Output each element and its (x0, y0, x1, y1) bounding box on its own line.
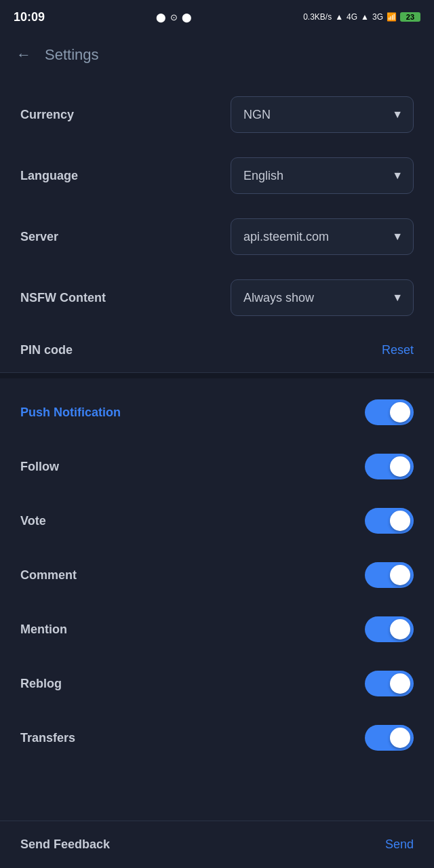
toggle-track (365, 562, 414, 588)
status-icons: ⬤ ⊙ ⬤ (156, 12, 192, 22)
toggle-row-follow: Follow (0, 439, 434, 494)
network-type2: 3G (372, 12, 383, 22)
network-speed: 0.3KB/s (303, 12, 332, 22)
server-label: Server (20, 230, 58, 244)
network-type: 4G (347, 12, 357, 22)
currency-dropdown-wrapper: NGN ▼ (231, 96, 414, 133)
server-dropdown-wrapper: api.steemit.com ▼ (231, 218, 414, 255)
pin-row: PIN code Reset (0, 328, 434, 373)
wifi-icon: 📶 (387, 12, 397, 22)
language-label: Language (20, 169, 78, 183)
toggle-track (365, 399, 414, 425)
toggle-row-mention: Mention (0, 602, 434, 656)
toggle-track (365, 671, 414, 696)
language-dropdown[interactable]: English (231, 157, 414, 194)
mention-toggle[interactable] (365, 616, 414, 642)
toggle-track (365, 725, 414, 751)
transfers-toggle[interactable] (365, 725, 414, 751)
back-button[interactable]: ← (14, 43, 34, 66)
reblog-toggle[interactable] (365, 671, 414, 696)
follow-label: Follow (20, 460, 59, 474)
comment-label: Comment (20, 568, 77, 583)
toggle-thumb (390, 565, 410, 585)
status-right: 0.3KB/s ▲ 4G ▲ 3G 📶 23 (303, 12, 420, 22)
toggle-row-comment: Comment (0, 548, 434, 602)
toggle-thumb (390, 619, 410, 639)
nsfw-label: NSFW Content (20, 291, 106, 305)
push-notification-toggle[interactable] (365, 399, 414, 425)
footer-spacer (0, 772, 434, 826)
reset-pin-button[interactable]: Reset (382, 343, 414, 357)
toggle-thumb (390, 402, 410, 422)
toggle-thumb (390, 728, 410, 748)
language-dropdown-wrapper: English ▼ (231, 157, 414, 194)
transfers-label: Transfers (20, 731, 75, 745)
nsfw-dropdown[interactable]: Always show (231, 279, 414, 316)
page-title: Settings (45, 46, 99, 64)
vote-toggle[interactable] (365, 508, 414, 534)
follow-toggle[interactable] (365, 454, 414, 479)
toggle-row-reblog: Reblog (0, 656, 434, 711)
mention-label: Mention (20, 623, 67, 637)
pin-label: PIN code (20, 343, 73, 357)
signal-icon2: ▲ (361, 12, 369, 22)
notification-section: Push Notification Follow Vote Comment (0, 378, 434, 772)
toggle-row-push-notification: Push Notification (0, 385, 434, 439)
server-row: Server api.steemit.com ▼ (0, 206, 434, 267)
send-feedback-label: Send Feedback (20, 837, 110, 852)
language-row: Language English ▼ (0, 145, 434, 206)
toggle-track (365, 616, 414, 642)
currency-dropdown[interactable]: NGN (231, 96, 414, 133)
circle-icon: ⬤ (156, 12, 166, 22)
toggle-thumb (390, 673, 410, 694)
currency-row: Currency NGN ▼ (0, 84, 434, 145)
toggle-track (365, 454, 414, 479)
footer: Send Feedback Send (0, 821, 434, 868)
reblog-label: Reblog (20, 677, 62, 691)
comment-toggle[interactable] (365, 562, 414, 588)
status-bar: 10:09 ⬤ ⊙ ⬤ 0.3KB/s ▲ 4G ▲ 3G 📶 23 (0, 0, 434, 33)
settings-section: Currency NGN ▼ Language English ▼ Server… (0, 77, 434, 373)
nsfw-dropdown-wrapper: Always show ▼ (231, 279, 414, 316)
currency-label: Currency (20, 108, 74, 122)
toggle-thumb (390, 511, 410, 531)
send-button[interactable]: Send (385, 837, 414, 852)
header: ← Settings (0, 33, 434, 77)
server-dropdown[interactable]: api.steemit.com (231, 218, 414, 255)
camera-icon: ⊙ (170, 12, 178, 22)
toggle-track (365, 508, 414, 534)
nsfw-row: NSFW Content Always show ▼ (0, 267, 434, 328)
toggle-row-transfers: Transfers (0, 711, 434, 765)
vote-label: Vote (20, 514, 46, 528)
battery-icon: 23 (400, 12, 420, 22)
toggle-thumb (390, 456, 410, 477)
push-notification-label: Push Notification (20, 406, 121, 420)
signal-icon: ▲ (335, 12, 343, 22)
toggle-row-vote: Vote (0, 494, 434, 548)
circle-icon2: ⬤ (182, 12, 192, 22)
section-divider (0, 373, 434, 378)
status-time: 10:09 (14, 10, 45, 24)
